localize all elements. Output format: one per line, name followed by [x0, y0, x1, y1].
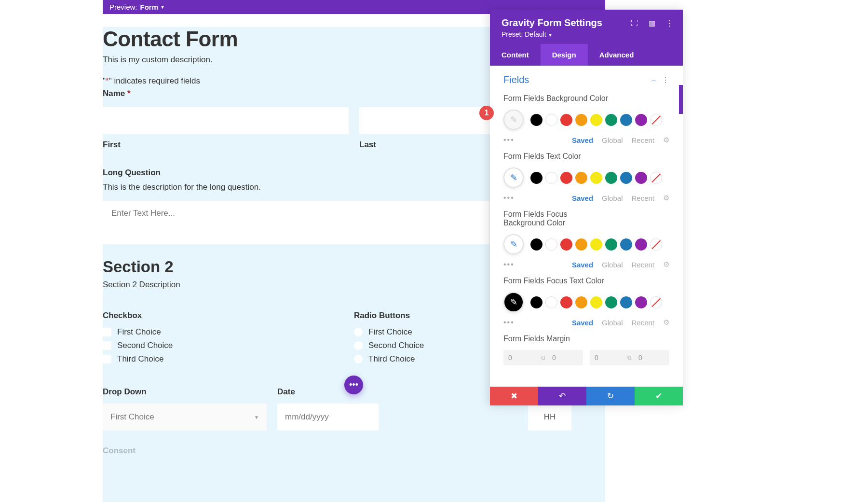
recent-tab[interactable]: Recent: [631, 261, 654, 269]
last-name-input[interactable]: [359, 107, 494, 134]
more-dots-icon[interactable]: •••: [503, 318, 515, 327]
swatch-purple[interactable]: [635, 172, 647, 184]
more-dots-icon[interactable]: •••: [503, 260, 515, 269]
swatch-none[interactable]: [650, 296, 662, 308]
swatch-teal[interactable]: [605, 296, 617, 308]
link-icon[interactable]: ⧉: [539, 354, 547, 361]
swatch-yellow[interactable]: [590, 296, 602, 308]
swatch-red[interactable]: [560, 296, 572, 308]
swatch-purple[interactable]: [635, 114, 647, 126]
global-tab[interactable]: Global: [602, 319, 623, 327]
swatch-orange[interactable]: [575, 114, 587, 126]
save-button[interactable]: ✔: [635, 387, 683, 405]
columns-icon[interactable]: ▥: [649, 19, 655, 28]
preview-value[interactable]: Form: [140, 3, 159, 11]
swatch-red[interactable]: [560, 172, 572, 184]
tab-content[interactable]: Content: [490, 44, 541, 66]
swatch-orange[interactable]: [575, 238, 587, 251]
swatch-yellow[interactable]: [590, 114, 602, 126]
swatch-orange[interactable]: [575, 296, 587, 308]
expand-icon[interactable]: ⛶: [631, 19, 638, 28]
swatch-yellow[interactable]: [590, 238, 602, 251]
swatch-teal[interactable]: [605, 238, 617, 251]
gear-icon[interactable]: ⚙: [663, 318, 669, 327]
scrollbar-thumb[interactable]: [679, 85, 683, 114]
swatch-blue[interactable]: [620, 296, 632, 308]
global-tab[interactable]: Global: [602, 194, 623, 202]
swatch-teal[interactable]: [605, 172, 617, 184]
swatch-white[interactable]: [545, 238, 557, 251]
swatch-none[interactable]: [650, 238, 662, 251]
swatch-yellow[interactable]: [590, 172, 602, 184]
tab-design[interactable]: Design: [541, 44, 588, 66]
more-dots-icon[interactable]: •••: [503, 136, 515, 144]
global-tab[interactable]: Global: [602, 261, 623, 269]
color-picker-button[interactable]: ✎: [503, 292, 524, 312]
undo-button[interactable]: ↶: [538, 387, 586, 405]
annotation-badge-1: 1: [479, 106, 494, 120]
fab-more-button[interactable]: •••: [344, 376, 363, 394]
margin-input-bottom[interactable]: ⧉: [590, 350, 669, 365]
tab-advanced[interactable]: Advanced: [588, 44, 646, 66]
link-icon[interactable]: ⧉: [625, 354, 634, 361]
swatch-purple[interactable]: [635, 296, 647, 308]
swatch-white[interactable]: [545, 114, 557, 126]
color-picker-button[interactable]: ✎: [503, 110, 524, 130]
long-question-textarea[interactable]: Enter Text Here...: [103, 201, 489, 244]
cancel-button[interactable]: ✖: [490, 387, 538, 405]
swatch-black[interactable]: [530, 296, 542, 308]
radio-icon[interactable]: [354, 341, 363, 350]
list-item[interactable]: First Choice: [103, 327, 354, 337]
panel-body[interactable]: Fields ︿ ⋮ Form Fields Background Color …: [490, 66, 683, 387]
date-input[interactable]: mm/dd/yyyy: [277, 404, 379, 431]
color-picker-button[interactable]: ✎: [503, 234, 524, 254]
swatch-orange[interactable]: [575, 172, 587, 184]
swatch-blue[interactable]: [620, 114, 632, 126]
panel-tabs: Content Design Advanced: [490, 44, 683, 66]
gear-icon[interactable]: ⚙: [663, 194, 669, 202]
time-input[interactable]: HH: [528, 404, 571, 431]
checkbox-icon[interactable]: [103, 355, 111, 363]
saved-tab[interactable]: Saved: [572, 261, 593, 269]
swatch-black[interactable]: [530, 238, 542, 251]
gear-icon[interactable]: ⚙: [663, 260, 669, 269]
swatch-none[interactable]: [650, 172, 662, 184]
global-tab[interactable]: Global: [602, 136, 623, 144]
checkbox-icon[interactable]: [103, 328, 111, 336]
more-dots-icon[interactable]: •••: [503, 194, 515, 202]
recent-tab[interactable]: Recent: [631, 194, 654, 202]
checkbox-icon[interactable]: [103, 341, 111, 350]
swatch-teal[interactable]: [605, 114, 617, 126]
radio-icon[interactable]: [354, 328, 363, 336]
color-picker-button[interactable]: ✎: [503, 167, 524, 188]
swatch-red[interactable]: [560, 114, 572, 126]
gear-icon[interactable]: ⚙: [663, 136, 669, 144]
first-name-input[interactable]: [103, 107, 349, 134]
dropdown-select[interactable]: First Choice ▼: [103, 404, 267, 431]
saved-tab[interactable]: Saved: [572, 319, 593, 327]
list-item[interactable]: Third Choice: [103, 354, 354, 364]
swatch-purple[interactable]: [635, 238, 647, 251]
swatch-black[interactable]: [530, 114, 542, 126]
chevron-up-icon[interactable]: ︿: [651, 76, 657, 84]
swatch-white[interactable]: [545, 296, 557, 308]
chevron-down-icon[interactable]: ▼: [160, 4, 165, 10]
list-item[interactable]: Second Choice: [103, 341, 354, 350]
swatch-red[interactable]: [560, 238, 572, 251]
radio-icon[interactable]: [354, 355, 363, 363]
saved-tab[interactable]: Saved: [572, 194, 593, 202]
swatch-black[interactable]: [530, 172, 542, 184]
section-fields[interactable]: Fields: [503, 74, 529, 85]
recent-tab[interactable]: Recent: [631, 319, 654, 327]
margin-input-top[interactable]: ⧉: [503, 350, 583, 365]
swatch-blue[interactable]: [620, 238, 632, 251]
redo-button[interactable]: ↻: [586, 387, 635, 405]
more-icon[interactable]: ⋮: [666, 19, 673, 28]
recent-tab[interactable]: Recent: [631, 136, 654, 144]
swatch-none[interactable]: [650, 114, 662, 126]
swatch-blue[interactable]: [620, 172, 632, 184]
swatch-white[interactable]: [545, 172, 557, 184]
section-more-icon[interactable]: ⋮: [662, 75, 669, 84]
preset-selector[interactable]: Preset: Default ▼: [502, 30, 673, 38]
saved-tab[interactable]: Saved: [572, 136, 593, 144]
